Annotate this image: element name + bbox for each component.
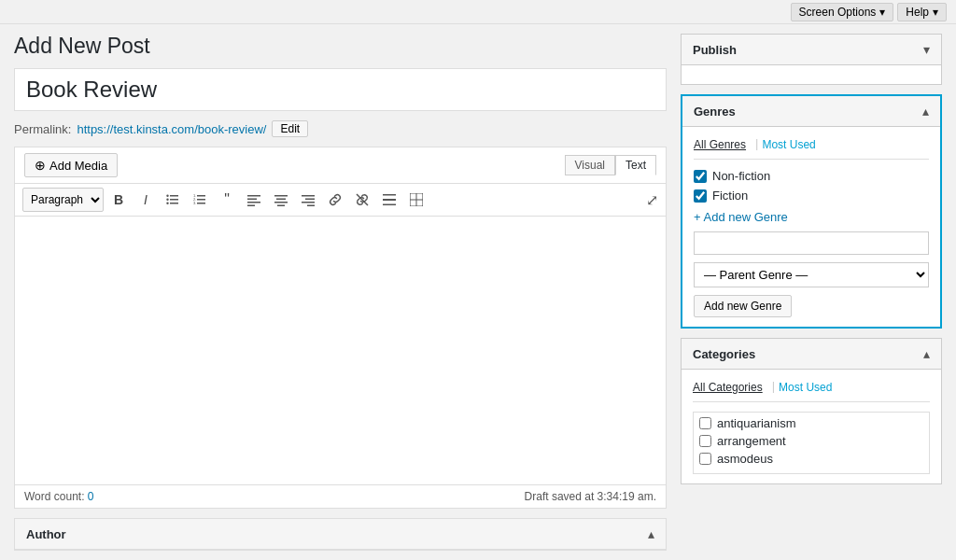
permalink-edit-button[interactable]: Edit (272, 120, 308, 137)
category-item: asmodeus (699, 452, 923, 466)
link-button[interactable] (323, 188, 347, 212)
permalink-label: Permalink: (14, 122, 71, 136)
add-media-icon: ⊕ (35, 158, 46, 173)
word-count-area: Word count: 0 (24, 490, 94, 503)
help-label: Help (906, 6, 929, 19)
genres-panel-body: All Genres | Most Used Non-fiction Ficti… (682, 127, 940, 327)
add-media-button[interactable]: ⊕ Add Media (24, 153, 118, 177)
categories-panel-toggle[interactable]: ▴ (923, 346, 930, 361)
author-section: Author ▴ (14, 518, 667, 551)
svg-rect-20 (302, 195, 315, 197)
svg-rect-26 (383, 194, 396, 196)
svg-point-5 (166, 203, 168, 204)
svg-rect-17 (276, 199, 286, 201)
editor-mode-buttons: Visual Text (565, 155, 656, 175)
author-section-toggle[interactable]: ▴ (648, 526, 654, 541)
visual-mode-button[interactable]: Visual (565, 155, 615, 175)
svg-rect-21 (305, 199, 315, 201)
category-label-arrangement: arrangement (717, 434, 786, 448)
paragraph-select[interactable]: Paragraph (22, 188, 104, 212)
blockquote-button[interactable]: " (215, 188, 239, 212)
genre-checkbox-fiction[interactable] (694, 189, 707, 203)
post-title-input[interactable] (14, 68, 667, 111)
svg-rect-13 (247, 199, 257, 201)
svg-point-3 (166, 195, 168, 197)
svg-rect-2 (170, 203, 178, 204)
editor-footer: Word count: 0 Draft saved at 3:34:19 am. (15, 484, 666, 508)
publish-panel-body (682, 65, 941, 84)
screen-options-chevron: ▾ (879, 6, 885, 19)
page-title: Add New Post (14, 34, 667, 59)
svg-rect-27 (383, 204, 396, 206)
genres-panel-toggle[interactable]: ▴ (922, 104, 929, 119)
svg-point-4 (166, 199, 168, 201)
svg-rect-19 (277, 205, 285, 207)
main-column: Add New Post Permalink: https://test.kin… (14, 34, 667, 551)
table-button[interactable] (404, 188, 429, 212)
page-content: Add New Post Permalink: https://test.kin… (0, 24, 956, 560)
category-checkbox-antiquarianism[interactable] (699, 417, 711, 429)
genre-checkbox-nonfiction[interactable] (694, 170, 707, 183)
new-genre-input[interactable] (694, 231, 929, 255)
draft-saved-label: Draft saved at 3:34:19 am. (525, 490, 656, 503)
add-media-label: Add Media (49, 159, 107, 173)
help-button[interactable]: Help ▾ (897, 3, 947, 21)
permalink-link[interactable]: https://test.kinsta.com/book-review/ (77, 122, 266, 136)
ordered-list-button[interactable]: 1.2.3. (188, 188, 212, 212)
word-count-label: Word count: (24, 490, 84, 503)
unlink-button[interactable] (350, 188, 374, 212)
genres-tab-most-used[interactable]: Most Used (762, 136, 821, 153)
bold-button[interactable]: B (106, 188, 131, 212)
category-checkbox-asmodeus[interactable] (699, 453, 711, 465)
svg-rect-1 (170, 199, 178, 201)
svg-rect-0 (170, 195, 178, 197)
genres-panel-title: Genres (694, 105, 736, 119)
svg-rect-16 (274, 195, 288, 197)
editor-content-area[interactable] (15, 217, 666, 484)
categories-tab-most-used[interactable]: Most Used (779, 379, 837, 396)
align-left-button[interactable] (242, 188, 266, 212)
publish-panel-toggle[interactable]: ▾ (923, 42, 930, 57)
unordered-list-button[interactable] (161, 188, 185, 212)
horizontal-rule-button[interactable] (377, 188, 401, 212)
align-center-button[interactable] (269, 188, 293, 212)
editor-format-bar: Paragraph B I 1.2.3. " (15, 184, 666, 217)
parent-genre-select[interactable]: — Parent Genre — (694, 262, 929, 287)
genres-tab-sep: | (752, 136, 762, 153)
categories-panel-header: Categories ▴ (682, 339, 941, 370)
svg-rect-25 (383, 199, 396, 201)
genres-panel-header: Genres ▴ (682, 96, 940, 127)
genre-item-nonfiction: Non-fiction (694, 169, 929, 183)
text-mode-button[interactable]: Text (615, 155, 656, 175)
svg-text:3.: 3. (193, 201, 196, 205)
add-new-genre-link[interactable]: + Add new Genre (694, 210, 929, 224)
svg-rect-8 (197, 203, 205, 204)
categories-tab-row: All Categories | Most Used (693, 379, 930, 402)
genre-item-fiction: Fiction (694, 189, 929, 203)
svg-rect-23 (307, 205, 315, 207)
svg-rect-22 (302, 202, 315, 203)
category-list: antiquarianism arrangement asmodeus (693, 412, 930, 474)
screen-options-button[interactable]: Screen Options ▾ (791, 3, 894, 21)
categories-tab-sep: | (768, 379, 779, 396)
add-genre-button[interactable]: Add new Genre (694, 295, 792, 317)
editor-box: ⊕ Add Media Visual Text Paragraph B I (14, 147, 667, 509)
category-item: antiquarianism (699, 416, 923, 430)
author-section-title: Author (26, 527, 66, 541)
genre-label-fiction: Fiction (712, 189, 748, 203)
permalink-row: Permalink: https://test.kinsta.com/book-… (14, 120, 667, 137)
align-right-button[interactable] (296, 188, 320, 212)
genres-tab-all[interactable]: All Genres (694, 136, 752, 153)
svg-rect-6 (197, 195, 205, 197)
category-checkbox-arrangement[interactable] (699, 435, 711, 447)
expand-button[interactable]: ⤢ (646, 191, 658, 209)
category-item: arrangement (699, 434, 923, 448)
categories-panel-body: All Categories | Most Used antiquarianis… (682, 370, 941, 483)
genres-tab-row: All Genres | Most Used (694, 136, 929, 160)
genres-panel: Genres ▴ All Genres | Most Used Non-fict… (681, 94, 942, 329)
italic-button[interactable]: I (134, 188, 158, 212)
svg-rect-18 (274, 202, 288, 203)
genre-label-nonfiction: Non-fiction (712, 169, 770, 183)
publish-panel: Publish ▾ (681, 34, 942, 85)
categories-tab-all[interactable]: All Categories (693, 379, 768, 396)
